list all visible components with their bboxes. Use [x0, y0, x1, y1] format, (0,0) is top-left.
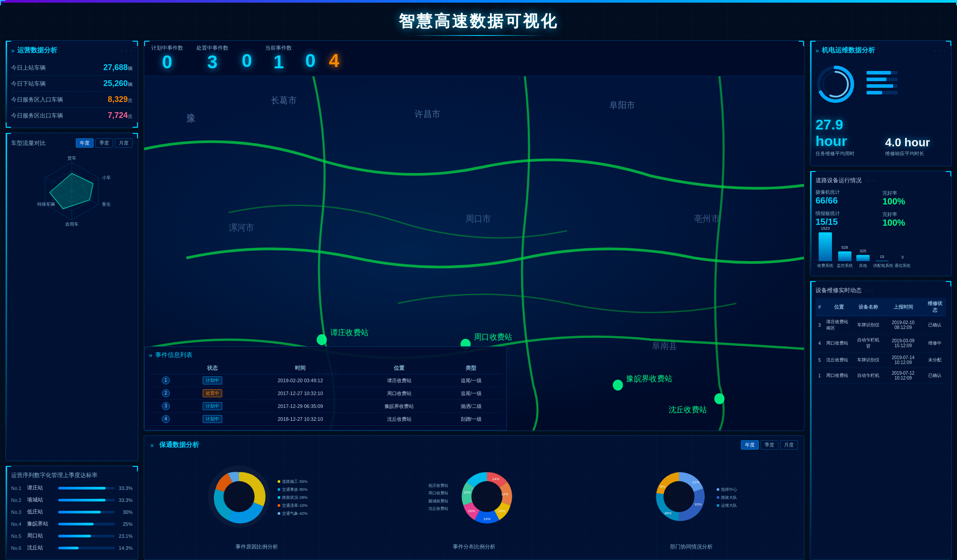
radar-section: 车型流量对比 年度 季度 月度: [5, 133, 138, 461]
svg-rect-56: [867, 91, 882, 94]
svg-text:阜阳市: 阜阳市: [609, 100, 635, 110]
stat-value-3: 7,724次: [108, 111, 133, 120]
device-sign-rate: 完好率 100%: [882, 210, 946, 228]
table-row: 3 计划中 2017-12-29 06:35:09 豫皖界收费站 抛洒/二级: [149, 400, 502, 413]
gauge-1: [816, 64, 855, 106]
device-section: 道路设备运行情况 · · · · 摄像机统计 66/66 完好率 100% 情报…: [810, 171, 952, 276]
table-row: 3 谭庄收费站南区 车牌识别仪 2019-02-10 08:12:09 已确认: [816, 316, 946, 334]
svg-text:33%: 33%: [694, 502, 702, 506]
analytics-tab-month[interactable]: 月度: [780, 440, 798, 450]
svg-text:16%: 16%: [467, 509, 475, 513]
chart-dist-title: 事件分布比例分析: [453, 543, 495, 551]
tab-year[interactable]: 年度: [76, 138, 94, 148]
svg-text:10%: 10%: [463, 490, 470, 494]
left-panel: » 运营数据分析 · · · 今日上站车辆 27,688辆 今日下站车辆 25,…: [5, 40, 138, 560]
svg-point-18: [613, 380, 623, 391]
analytics-title: 保通数据分析: [159, 441, 199, 449]
ranking-item: No.4 豫皖界站 25%: [11, 518, 133, 530]
radar-title: 车型流量对比: [11, 139, 46, 147]
event-list-overlay: » 事件信息列表 状态 时间 位置 类型 1 计划中 201: [144, 346, 507, 431]
device-bar-group: 1523 收费系统: [817, 226, 833, 269]
svg-text:谭庄收费站: 谭庄收费站: [330, 328, 369, 337]
mech-dots: · · ·: [934, 47, 946, 54]
device-camera-rate: 完好率 100%: [882, 189, 946, 207]
middle-panel: 计划中事件数 0 处置中事件数 3 x 0 当前事件数 1 x 0: [144, 40, 804, 560]
event-list-title-text: 事件信息列表: [155, 351, 192, 359]
svg-text:周口市: 周口市: [466, 213, 491, 223]
ops-arrow-icon: »: [11, 47, 15, 54]
table-row: 2 处置中 2017-12-27 10:32:10 周口收费站 追尾/一级: [149, 387, 502, 400]
svg-point-20: [714, 393, 725, 404]
svg-text:沈丘收费站: 沈丘收费站: [669, 405, 707, 414]
device-bar-group: 3 通信系统: [894, 255, 910, 269]
svg-text:许昌市: 许昌市: [415, 109, 440, 119]
svg-text:特殊车辆: 特殊车辆: [37, 202, 55, 207]
ranking-item: No.6 沈丘站 14.3%: [11, 542, 133, 554]
device-bar-group: 325 其他: [856, 249, 870, 269]
radar-canvas: 货车 小车 客生 农用车 特殊车辆: [11, 151, 133, 231]
ranking-item: No.2 项城站 33.3%: [11, 494, 133, 506]
tab-month[interactable]: 月度: [115, 138, 133, 148]
svg-text:客生: 客生: [102, 202, 111, 207]
svg-point-40: [663, 481, 694, 512]
big-stat-repair: 27.9 hour 任务维修平均用时: [816, 117, 876, 157]
map-stat-total: x 4: [329, 44, 339, 72]
chart-cause-title: 事件原因比例分析: [235, 543, 278, 551]
svg-rect-52: [867, 78, 886, 81]
ops-section: » 运营数据分析 · · · 今日上站车辆 27,688辆 今日下站车辆 25,…: [5, 40, 138, 128]
chart-dept-title: 部门协同情况分析: [670, 543, 713, 551]
analytics-tab-quarter[interactable]: 季度: [761, 440, 778, 450]
map-stat-spacer1: x 0: [242, 44, 252, 72]
chart-dept: 11% 33% 48% 8% 指挥中心 路政大队 运维大队 部门协同情: [585, 454, 798, 551]
table-row: 4 计划中 2018-12-27 10:32:10 沈丘收费站 刮蹭/一级: [149, 413, 502, 426]
svg-text:漯河市: 漯河市: [229, 223, 255, 233]
device-bar-group: 15 供配电系统: [873, 255, 891, 269]
svg-text:长葛市: 长葛市: [271, 95, 297, 106]
svg-text:48%: 48%: [664, 511, 671, 515]
svg-text:亳州市: 亳州市: [694, 213, 720, 223]
svg-point-14: [317, 334, 327, 345]
tab-quarter[interactable]: 季度: [95, 138, 113, 148]
ranking-item: No.1 谭庄站 33.3%: [11, 482, 133, 494]
chart-dist: 低庄收费站 周口收费站 颍城收费站 沈丘收费站: [368, 454, 580, 551]
svg-rect-54: [867, 84, 893, 88]
stat-row-0: 今日上站车辆 27,688辆: [11, 60, 133, 76]
maint-title: 设备维修实时动态: [816, 286, 862, 294]
map-stat-processing-label: 处置中事件数 3: [196, 44, 228, 72]
big-stat-repair-label: 任务维修平均用时: [816, 150, 876, 157]
svg-text:豫: 豫: [186, 113, 196, 124]
svg-text:24%: 24%: [492, 477, 499, 481]
svg-point-33: [471, 481, 502, 512]
stat-row-3: 今日服务区出口车辆 7,724次: [11, 108, 133, 123]
map-section: 计划中事件数 0 处置中事件数 3 x 0 当前事件数 1 x 0: [144, 40, 804, 431]
right-panel: » 机电运维数据分析 · · ·: [810, 40, 952, 560]
analytics-arrow: »: [150, 442, 154, 449]
stat-value-1: 25,260辆: [103, 79, 133, 88]
table-row: 1 计划中 2019-02-20 03:49:12 谭庄收费站 追尾/一级: [149, 374, 502, 387]
svg-text:货车: 货车: [67, 156, 76, 161]
device-title: 道路设备运行情况: [816, 176, 862, 184]
maint-section: 设备维修实时动态 · · · · # 位置 设备名称 上报时间 维修状态 3 谭…: [810, 281, 952, 560]
ops-title: 运营数据分析: [17, 46, 57, 55]
ranking-item: No.5 周口站 23.1%: [11, 530, 133, 542]
ops-dots: · · ·: [121, 47, 133, 54]
table-row: 4 周口收费站 自动乍栏机背 2019-03-09 15:12:09 维修中: [816, 334, 946, 352]
svg-text:19%: 19%: [498, 509, 505, 513]
big-stat-response-label: 维修响应平均时长: [885, 150, 946, 157]
table-row: 5 沈丘收费站 车牌识别仪 2019-07-14 10:12:09 未分配: [816, 352, 946, 368]
device-bar-group: 526 监控系统: [837, 245, 853, 269]
map-stat-current-label: 当前事件数 1: [265, 44, 292, 72]
stat-value-2: 8,329次: [108, 95, 133, 104]
map-stats-bar: 计划中事件数 0 处置中事件数 3 x 0 当前事件数 1 x 0: [144, 41, 804, 76]
analytics-tab-year[interactable]: 年度: [741, 440, 759, 450]
device-camera: 摄像机统计 66/66: [816, 189, 879, 207]
stat-value-0: 27,688辆: [103, 63, 133, 72]
mech-arrow: »: [816, 47, 819, 54]
map-stat-planned: 计划中事件数 0: [151, 44, 183, 72]
svg-rect-50: [867, 71, 891, 74]
big-stat-response-value: 4.0 hour: [885, 136, 946, 149]
svg-text:豫皖界收费站: 豫皖界收费站: [626, 374, 672, 384]
mech-title: 机电运维数据分析: [822, 46, 875, 55]
svg-text:小车: 小车: [102, 175, 111, 180]
table-row: 1 周口收费站 自动乍栏机 2019-07-12 10:12:09 已确认: [816, 368, 946, 384]
